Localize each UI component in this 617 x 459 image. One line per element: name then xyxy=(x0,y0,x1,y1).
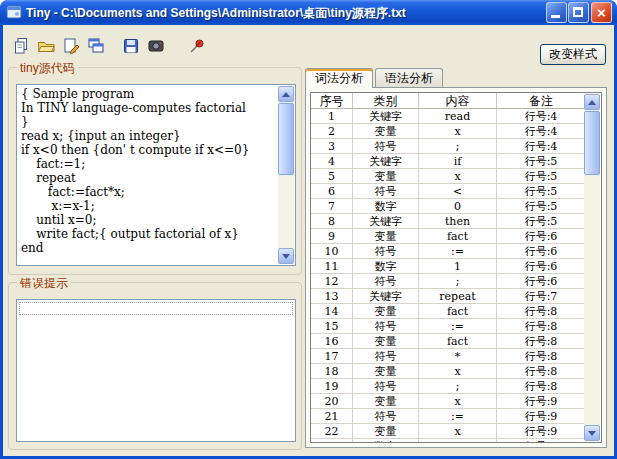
table-cell: 变量 xyxy=(353,364,419,379)
error-list[interactable] xyxy=(16,299,296,442)
table-row[interactable]: 2变量x行号:4 xyxy=(311,124,585,139)
scroll-thumb[interactable] xyxy=(584,111,600,175)
table-row[interactable]: 16变量fact行号:8 xyxy=(311,334,585,349)
source-group-label: tiny源代码 xyxy=(17,60,78,77)
table-row[interactable]: 20变量x行号:9 xyxy=(311,394,585,409)
table-cell: 14 xyxy=(311,304,353,319)
table-row[interactable]: 7数字0行号:5 xyxy=(311,199,585,214)
table-cell: 1 xyxy=(419,259,497,274)
table-row[interactable]: 6符号<行号:5 xyxy=(311,184,585,199)
error-group-label: 错误提示 xyxy=(17,275,71,292)
table-cell: 行号:6 xyxy=(497,229,585,244)
close-icon: × xyxy=(592,3,611,22)
table-row[interactable]: 9变量fact行号:6 xyxy=(311,229,585,244)
table-row[interactable]: 14变量fact行号:8 xyxy=(311,304,585,319)
table-cell: 10 xyxy=(311,244,353,259)
table-cell: 变量 xyxy=(353,394,419,409)
column-header-category: 类别 xyxy=(353,93,419,108)
save-button[interactable] xyxy=(119,34,142,57)
table-scrollbar[interactable] xyxy=(584,94,600,441)
table-row[interactable]: 12符号;行号:6 xyxy=(311,274,585,289)
table-cell: 符号 xyxy=(353,244,419,259)
table-cell: 17 xyxy=(311,349,353,364)
scroll-up-button[interactable] xyxy=(584,94,600,110)
open-folder-icon xyxy=(37,37,55,55)
new-document-button[interactable] xyxy=(9,34,32,57)
title-bar[interactable]: Tiny - C:\Documents and Settings\Adminis… xyxy=(0,0,617,25)
table-row[interactable]: 8关键字then行号:5 xyxy=(311,214,585,229)
edit-file-button[interactable] xyxy=(59,34,82,57)
table-cell: - xyxy=(419,439,497,442)
table-cell: 7 xyxy=(311,199,353,214)
compile-button[interactable] xyxy=(144,34,167,57)
table-cell: 关键字 xyxy=(353,214,419,229)
table-row[interactable]: 22变量x行号:9 xyxy=(311,424,585,439)
minimize-button[interactable] xyxy=(546,2,567,23)
table-row[interactable]: 19符号;行号:8 xyxy=(311,379,585,394)
table-cell: 行号:9 xyxy=(497,424,585,439)
table-cell: 21 xyxy=(311,409,353,424)
table-row[interactable]: 13关键字repeat行号:7 xyxy=(311,289,585,304)
table-cell: x xyxy=(419,364,497,379)
table-cell: 行号:8 xyxy=(497,364,585,379)
scroll-down-button[interactable] xyxy=(584,425,600,441)
table-row[interactable]: 4关键字if行号:5 xyxy=(311,154,585,169)
table-row[interactable]: 17符号*行号:8 xyxy=(311,349,585,364)
table-cell: then xyxy=(419,214,497,229)
edit-file-icon xyxy=(62,37,80,55)
table-cell: 行号:4 xyxy=(497,109,585,124)
lexical-panel: 序号 类别 内容 备注 1关键字read行号:42变量x行号:43符号;行号:4… xyxy=(305,87,607,448)
table-row[interactable]: 23数字-行号:9 xyxy=(311,439,585,442)
table-row[interactable]: 10符号:=行号:6 xyxy=(311,244,585,259)
table-cell: x xyxy=(419,169,497,184)
table-cell: 5 xyxy=(311,169,353,184)
table-cell: 关键字 xyxy=(353,289,419,304)
change-style-button[interactable]: 改变样式 xyxy=(540,44,606,65)
new-document-icon xyxy=(12,37,30,55)
tab-syntax-analysis[interactable]: 语法分析 xyxy=(375,68,443,87)
open-file-button[interactable] xyxy=(34,34,57,57)
source-scrollbar[interactable] xyxy=(278,86,294,264)
close-button[interactable]: × xyxy=(591,2,612,23)
table-cell: 符号 xyxy=(353,139,419,154)
source-code-editor[interactable]: { Sample program In TINY language-comput… xyxy=(16,84,296,266)
client-area: 改变样式 tiny源代码 { Sample program In TINY la… xyxy=(3,25,614,456)
table-cell: 行号:8 xyxy=(497,319,585,334)
maximize-button[interactable] xyxy=(568,2,589,23)
table-cell: repeat xyxy=(419,289,497,304)
table-cell: 行号:9 xyxy=(497,439,585,442)
tab-lexical-analysis[interactable]: 词法分析 xyxy=(305,68,373,88)
table-row[interactable]: 15符号:=行号:8 xyxy=(311,319,585,334)
table-row[interactable]: 18变量x行号:8 xyxy=(311,364,585,379)
error-group: 错误提示 xyxy=(8,282,302,450)
pin-button[interactable] xyxy=(185,34,208,57)
copy-button[interactable] xyxy=(84,34,107,57)
minimize-icon xyxy=(551,15,560,18)
table-cell: 13 xyxy=(311,289,353,304)
table-cell: 数字 xyxy=(353,199,419,214)
table-cell: x xyxy=(419,424,497,439)
table-cell: 行号:8 xyxy=(497,379,585,394)
scroll-up-button[interactable] xyxy=(278,86,294,102)
scroll-down-button[interactable] xyxy=(278,248,294,264)
table-row[interactable]: 1关键字read行号:4 xyxy=(311,109,585,124)
table-cell: 行号:5 xyxy=(497,199,585,214)
arrow-up-icon xyxy=(588,100,596,105)
cascade-copy-icon xyxy=(87,37,105,55)
table-cell: 行号:6 xyxy=(497,244,585,259)
table-row[interactable]: 5变量x行号:5 xyxy=(311,169,585,184)
scroll-thumb[interactable] xyxy=(278,103,294,175)
table-cell: fact xyxy=(419,304,497,319)
table-cell: 15 xyxy=(311,319,353,334)
table-row[interactable]: 3符号;行号:4 xyxy=(311,139,585,154)
empty-selection-rect xyxy=(19,302,293,315)
table-cell: 行号:5 xyxy=(497,154,585,169)
table-cell: 符号 xyxy=(353,184,419,199)
table-cell: ; xyxy=(419,139,497,154)
app-window: Tiny - C:\Documents and Settings\Adminis… xyxy=(0,0,617,459)
table-cell: 变量 xyxy=(353,334,419,349)
table-row[interactable]: 21符号:=行号:9 xyxy=(311,409,585,424)
table-row[interactable]: 11数字1行号:6 xyxy=(311,259,585,274)
compile-icon xyxy=(147,37,165,55)
lexical-table: 序号 类别 内容 备注 1关键字read行号:42变量x行号:43符号;行号:4… xyxy=(310,92,602,443)
